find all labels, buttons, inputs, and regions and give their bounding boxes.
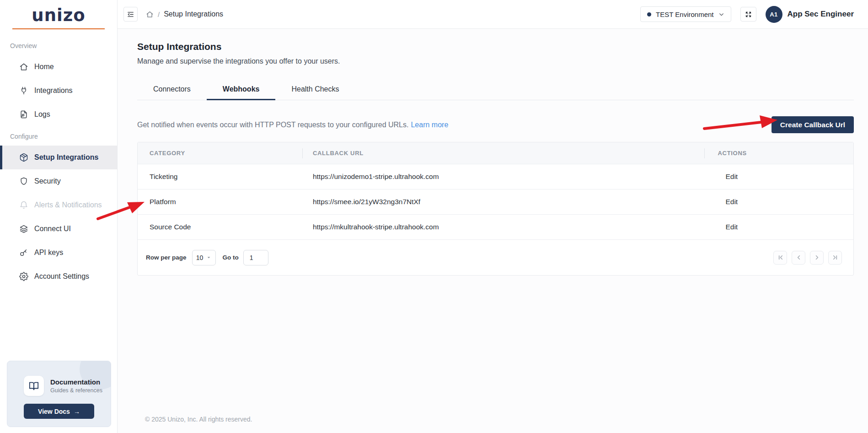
- edit-link[interactable]: Edit: [718, 223, 738, 231]
- cell-category: Source Code: [138, 223, 302, 231]
- webhooks-description-row: Get notified when events occur with HTTP…: [137, 116, 854, 133]
- sidebar-item-alerts-notifications[interactable]: Alerts & Notifications: [0, 193, 117, 217]
- sidebar-item-label: Security: [34, 177, 61, 185]
- sidebar-item-label: Integrations: [34, 87, 73, 95]
- cell-callback-url: https://mkultrahook-stripe.ultrahook.com: [302, 223, 705, 231]
- rows-per-page-label: Row per page: [146, 254, 187, 261]
- sidebar-item-label: Account Settings: [34, 272, 89, 281]
- tab-webhooks[interactable]: Webhooks: [207, 79, 276, 100]
- next-page-button[interactable]: [810, 251, 824, 265]
- shield-icon: [19, 177, 28, 186]
- chevron-left-icon: [795, 254, 802, 261]
- column-header-actions: ACTIONS: [704, 150, 853, 157]
- table-row: Ticketing https://unizodemo1-stripe.ultr…: [138, 164, 853, 189]
- webhooks-description: Get notified when events occur with HTTP…: [137, 121, 408, 129]
- main-area: / Setup Integrations TEST Environment A1…: [118, 0, 868, 433]
- chevron-right-icon: [814, 254, 820, 261]
- cell-callback-url: https://smee.io/21yW32ng3n7NtXf: [302, 198, 705, 206]
- create-callback-url-button[interactable]: Create Callback Url: [772, 116, 854, 133]
- brand-logo-underline: [12, 28, 105, 29]
- layers-icon: [19, 224, 28, 233]
- sidebar-item-integrations[interactable]: Integrations: [0, 79, 117, 103]
- sidebar-item-home[interactable]: Home: [0, 55, 117, 79]
- sidebar-item-setup-integrations[interactable]: Setup Integrations: [0, 146, 117, 169]
- breadcrumb-home-icon[interactable]: [146, 11, 154, 18]
- copyright-text: © 2025 Unizo, Inc. All rights reserved.: [145, 416, 252, 423]
- avatar: A1: [766, 6, 782, 23]
- breadcrumb-current[interactable]: Setup Integrations: [164, 10, 223, 18]
- brand-logo[interactable]: unizo: [0, 0, 117, 29]
- last-page-icon: [832, 254, 839, 261]
- doc-icon-box: [24, 376, 44, 396]
- brand-logo-text: unizo: [0, 6, 117, 25]
- rows-per-page-select[interactable]: 10: [192, 250, 216, 265]
- bell-icon: [19, 200, 28, 210]
- environment-status-dot: [647, 12, 651, 16]
- tab-bar: Connectors Webhooks Health Checks: [137, 79, 854, 100]
- select-caret-icon: [206, 255, 211, 260]
- first-page-button[interactable]: [773, 251, 787, 265]
- home-icon: [19, 62, 28, 71]
- sidebar-item-label: Connect UI: [34, 225, 71, 233]
- chevron-down-icon: [718, 11, 724, 17]
- fullscreen-button[interactable]: [740, 7, 756, 22]
- sidebar-section-configure: Configure: [10, 133, 117, 140]
- gear-icon: [19, 272, 28, 281]
- sidebar-item-logs[interactable]: Logs: [0, 103, 117, 126]
- column-header-callback-url: CALLBACK URL: [302, 150, 705, 157]
- goto-page-input[interactable]: [243, 250, 268, 265]
- rows-per-page-value: 10: [196, 254, 204, 261]
- edit-link[interactable]: Edit: [718, 198, 738, 206]
- sidebar-item-account-settings[interactable]: Account Settings: [0, 265, 117, 288]
- content-area: Setup Integrations Manage and supervise …: [118, 29, 868, 433]
- sidebar-item-label: Alerts & Notifications: [34, 201, 102, 209]
- first-page-icon: [777, 254, 784, 261]
- user-menu[interactable]: A1 App Sec Engineer: [766, 6, 854, 23]
- last-page-button[interactable]: [828, 251, 842, 265]
- table-row: Platform https://smee.io/21yW32ng3n7NtXf…: [138, 189, 853, 214]
- cell-category: Platform: [138, 198, 302, 206]
- learn-more-link[interactable]: Learn more: [411, 121, 448, 129]
- cell-category: Ticketing: [138, 173, 302, 181]
- sidebar-item-label: Setup Integrations: [34, 153, 98, 162]
- user-name: App Sec Engineer: [788, 10, 854, 19]
- view-docs-button[interactable]: View Docs →: [24, 404, 94, 419]
- cell-callback-url: https://unizodemo1-stripe.ultrahook.com: [302, 173, 705, 181]
- sidebar-collapse-button[interactable]: [123, 7, 138, 22]
- topbar-right: TEST Environment A1 App Sec Engineer: [640, 6, 854, 23]
- tab-health-checks[interactable]: Health Checks: [275, 79, 355, 100]
- column-header-category: CATEGORY: [138, 150, 302, 157]
- environment-label: TEST Environment: [656, 11, 713, 18]
- book-open-icon: [29, 381, 39, 391]
- breadcrumb-separator: /: [158, 11, 160, 18]
- pager-buttons: [773, 251, 842, 265]
- table-pagination: Row per page 10 Go to: [138, 239, 853, 275]
- package-icon: [19, 153, 28, 162]
- previous-page-button[interactable]: [792, 251, 805, 265]
- sidebar-item-api-keys[interactable]: API keys: [0, 241, 117, 265]
- menu-fold-icon: [127, 11, 134, 18]
- sidebar-list-overview: Home Integrations Logs: [0, 55, 117, 126]
- top-header: / Setup Integrations TEST Environment A1…: [118, 0, 868, 29]
- view-docs-label: View Docs: [38, 408, 70, 415]
- page-subtitle: Manage and supervise the integrations yo…: [137, 57, 854, 65]
- sidebar-item-label: Logs: [34, 110, 50, 119]
- edit-link[interactable]: Edit: [718, 173, 738, 181]
- webhooks-table: CATEGORY CALLBACK URL ACTIONS Ticketing …: [137, 142, 854, 276]
- plug-icon: [19, 86, 28, 95]
- app-root: unizo Overview Home Integrations Logs Co…: [0, 0, 868, 433]
- documentation-card: Documentation Guides & references View D…: [7, 361, 111, 427]
- sidebar-item-label: Home: [34, 63, 54, 71]
- tab-connectors[interactable]: Connectors: [137, 79, 207, 100]
- sidebar: unizo Overview Home Integrations Logs Co…: [0, 0, 118, 433]
- doc-card-title: Documentation: [50, 378, 102, 386]
- doc-card-text: Documentation Guides & references: [50, 378, 102, 394]
- log-file-icon: [19, 110, 28, 119]
- sidebar-list-configure: Setup Integrations Security Alerts & Not…: [0, 146, 117, 288]
- environment-select[interactable]: TEST Environment: [640, 6, 731, 22]
- sidebar-item-label: API keys: [34, 249, 63, 257]
- sidebar-item-connect-ui[interactable]: Connect UI: [0, 217, 117, 241]
- sidebar-item-security[interactable]: Security: [0, 169, 117, 193]
- doc-card-subtitle: Guides & references: [50, 387, 102, 394]
- fullscreen-icon: [745, 11, 752, 18]
